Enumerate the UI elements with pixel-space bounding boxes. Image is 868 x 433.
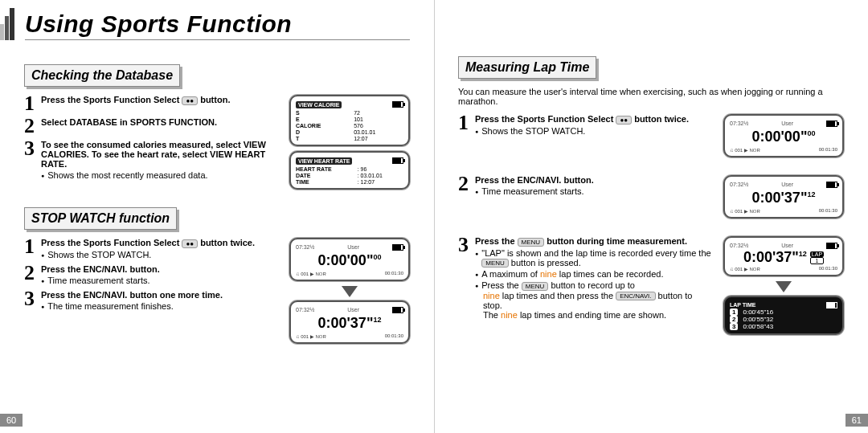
step-text: button. xyxy=(200,95,230,104)
bullet-text: Shows the STOP WATCH. xyxy=(47,250,151,259)
step-text: button twice. xyxy=(634,114,689,124)
bullet-text: button is pressed. xyxy=(511,258,581,268)
step-text: Press the Sports Function Select xyxy=(41,238,179,247)
battery-icon xyxy=(392,244,403,251)
bullet-text: "LAP" is shown and the lap time is recor… xyxy=(481,248,710,258)
page-divider xyxy=(434,0,435,433)
step-text: To see the consumed calories measured, s… xyxy=(41,140,266,169)
step-text: Press the ENC/NAVI. button. xyxy=(41,264,160,274)
battery-icon xyxy=(826,302,837,308)
step-number: 3 xyxy=(24,290,35,308)
step-text: Press the ENC/NAVI. button. xyxy=(475,175,594,185)
page-left: Using Sports Function Checking the Datab… xyxy=(0,0,434,433)
menu-chip: MENU xyxy=(518,238,545,247)
page-number: 61 xyxy=(845,414,868,427)
battery-icon xyxy=(392,101,403,108)
page-right: Measuring Lap Time You can measure the u… xyxy=(434,0,868,433)
battery-icon xyxy=(826,121,837,127)
lap-intro: You can measure the user's interval time… xyxy=(458,87,844,106)
step-text: Press the Sports Function Select xyxy=(475,114,613,124)
section-lap-3: 3 Press the MENU button during time meas… xyxy=(458,236,844,340)
section-lap-1: 1 Press the Sports Function Select ●● bu… xyxy=(458,114,844,162)
section-stopwatch: 1 Press the Sports Function Select ●● bu… xyxy=(24,238,410,349)
section-lap-title: Measuring Lap Time xyxy=(458,56,596,79)
step-text: button during time measurement. xyxy=(547,236,687,246)
step-number: 2 xyxy=(24,264,35,282)
screen-lap-b: 07:32½User 0:00'37"12 ♫ 001 ▶ NOR00:01:3… xyxy=(723,175,844,219)
step-number: 1 xyxy=(24,95,35,112)
menu-chip: MENU xyxy=(481,259,509,268)
bullet-text: Time measurement starts. xyxy=(47,276,149,285)
section-stopwatch-title: STOP WATCH function xyxy=(24,207,177,230)
bullet-text: Shows the most recently measured data. xyxy=(47,170,207,180)
screen-lap-d: LAP TIME 10:00'45"1620:00'55"3230:00'58"… xyxy=(723,296,844,335)
step-number: 3 xyxy=(458,236,469,254)
step-text: Press the xyxy=(475,236,515,246)
step-number: 1 xyxy=(458,114,469,132)
screen-stopwatch-2: 07:32½User 0:00'37"12 ♫ 001 ▶ NOR00:01:3… xyxy=(289,300,410,344)
bullet-text: Time measurement starts. xyxy=(481,186,583,196)
screen-lap-a: 07:32½User 0:00'00"00 ♫ 001 ▶ NOR00:01:3… xyxy=(723,114,844,157)
heading-title: Using Sports Function xyxy=(25,10,410,40)
step-number: 2 xyxy=(458,175,469,193)
battery-icon xyxy=(392,157,403,164)
battery-icon xyxy=(392,307,403,313)
bullet-text: Shows the STOP WATCH. xyxy=(481,126,585,136)
menu-chip: MENU xyxy=(522,282,549,291)
battery-icon xyxy=(826,243,837,249)
section-lap-2: 2 Press the ENC/NAVI. button. Time measu… xyxy=(458,175,844,223)
step-text: Select DATABASE in SPORTS FUNCTION. xyxy=(41,117,217,127)
battery-icon xyxy=(826,182,837,188)
select-icon: ●● xyxy=(182,96,198,105)
step-text: Press the Sports Function Select xyxy=(41,95,179,104)
arrow-down-icon xyxy=(342,286,358,297)
bullet-text: The time measurement finishes. xyxy=(47,301,174,311)
section-checking: 1 Press the Sports Function Select ●● bu… xyxy=(24,95,410,194)
screen-view-calorie: VIEW CALORIE S72 E101 CALORIE576 D03.01.… xyxy=(289,95,410,146)
arrow-down-icon xyxy=(776,281,792,292)
section-checking-title: Checking the Database xyxy=(24,64,180,87)
select-icon: ●● xyxy=(182,239,198,248)
screen-stopwatch-1: 07:32½User 0:00'00"00 ♫ 001 ▶ NOR00:01:3… xyxy=(289,238,410,281)
screen-view-heart-rate: VIEW HEART RATE HEART RATE: 96 DATE: 03.… xyxy=(289,151,410,190)
step-text: Press the ENC/NAVI. button one more time… xyxy=(41,290,223,300)
step-text: button twice. xyxy=(200,238,255,247)
screen-lap-c: 07:32½User 0:00'37"12 LAP 1 ♫ 001 ▶ NOR0… xyxy=(723,236,844,276)
select-icon: ●● xyxy=(616,116,632,125)
step-number: 1 xyxy=(24,238,35,255)
page-heading: Using Sports Function xyxy=(0,8,410,40)
step-number: 3 xyxy=(24,140,35,157)
step-number: 2 xyxy=(24,117,35,135)
page-number: 60 xyxy=(0,414,23,427)
encnavi-chip: ENC/NAVI. xyxy=(616,292,655,300)
